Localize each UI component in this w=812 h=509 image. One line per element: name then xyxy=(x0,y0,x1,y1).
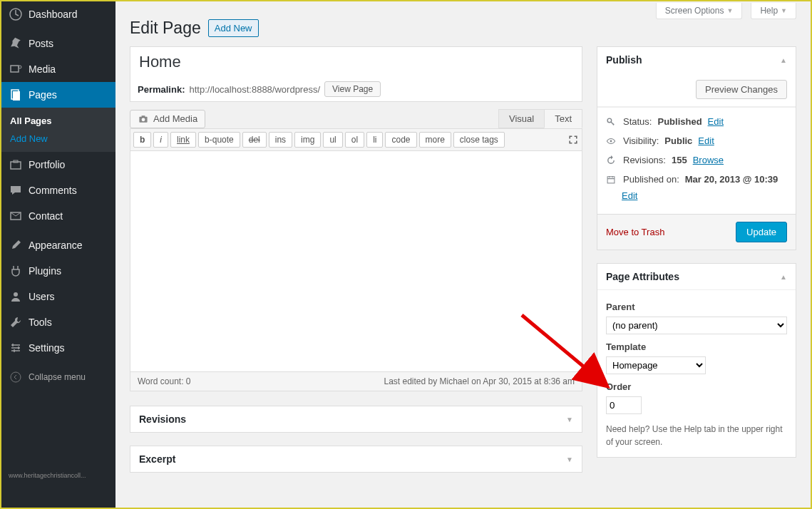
collapse-icon xyxy=(9,370,23,384)
fullscreen-icon[interactable] xyxy=(567,134,579,145)
chevron-down-icon: ▼ xyxy=(726,7,733,14)
visual-tab[interactable]: Visual xyxy=(498,109,544,128)
sidebar-item-settings[interactable]: Settings xyxy=(1,335,115,361)
parent-select[interactable]: (no parent) xyxy=(606,317,787,334)
chevron-down-icon: ▼ xyxy=(566,416,573,423)
add-new-button[interactable]: Add New xyxy=(208,19,259,37)
add-media-button[interactable]: Add Media xyxy=(130,110,205,128)
view-page-button[interactable]: View Page xyxy=(324,81,381,97)
screen-options-tab[interactable]: Screen Options ▼ xyxy=(656,3,743,19)
qt-del[interactable]: del xyxy=(242,132,267,148)
sidebar-label: Posts xyxy=(29,38,53,49)
qt-more[interactable]: more xyxy=(419,132,451,148)
qt-img[interactable]: img xyxy=(294,132,321,148)
permalink-url: http://localhost:8888/wordpress/ xyxy=(189,84,320,95)
sidebar-label: Appearance xyxy=(29,240,83,251)
title-container: Permalink: http://localhost:8888/wordpre… xyxy=(130,46,582,102)
template-select[interactable]: Homepage xyxy=(606,356,706,374)
svg-rect-15 xyxy=(607,176,615,182)
sidebar-sub-all-pages[interactable]: All Pages xyxy=(1,112,115,130)
dashboard-icon xyxy=(9,7,23,21)
sidebar-sub-add-new[interactable]: Add New xyxy=(1,130,115,148)
sidebar-collapse[interactable]: Collapse menu xyxy=(1,364,115,390)
camera-icon xyxy=(138,113,149,125)
plug-icon xyxy=(9,264,23,278)
sidebar-label: Settings xyxy=(29,342,65,354)
chevron-up-icon: ▲ xyxy=(780,273,787,281)
qt-link[interactable]: link xyxy=(170,132,196,148)
edit-status-link[interactable]: Edit xyxy=(708,116,724,127)
permalink-label: Permalink: xyxy=(138,84,185,95)
text-tab[interactable]: Text xyxy=(544,109,582,128)
browse-revisions-link[interactable]: Browse xyxy=(693,155,724,165)
qt-bquote[interactable]: b-quote xyxy=(198,132,240,148)
qt-b[interactable]: b xyxy=(133,132,151,148)
collapse-label: Collapse menu xyxy=(29,372,86,382)
svg-point-14 xyxy=(610,140,612,142)
sidebar-label: Portfolio xyxy=(29,159,65,170)
svg-point-13 xyxy=(607,118,612,123)
sidebar-label: Plugins xyxy=(29,265,61,277)
media-icon xyxy=(9,62,23,76)
attributes-help-text: Need help? Use the Help tab in the upper… xyxy=(606,423,787,448)
edit-date-link[interactable]: Edit xyxy=(622,190,787,201)
sidebar-item-tools[interactable]: Tools xyxy=(1,309,115,335)
sidebar-label: Users xyxy=(29,291,55,302)
qt-ol[interactable]: ol xyxy=(345,132,364,148)
excerpt-header[interactable]: Excerpt ▼ xyxy=(130,446,582,472)
sidebar-item-appearance[interactable]: Appearance xyxy=(1,232,115,258)
publish-postbox: Publish ▲ Preview Changes Status: Publis… xyxy=(597,46,796,250)
backup-icon xyxy=(606,155,617,165)
qt-code[interactable]: code xyxy=(385,132,416,148)
sidebar-label: Media xyxy=(29,63,56,75)
editor-status-bar: Word count: 0 Last edited by Michael on … xyxy=(130,372,582,391)
page-title: Edit Page xyxy=(130,19,201,38)
publish-header[interactable]: Publish ▲ xyxy=(597,47,796,73)
key-icon xyxy=(606,117,617,127)
portfolio-icon xyxy=(9,158,23,172)
svg-point-8 xyxy=(14,292,18,297)
comments-icon xyxy=(9,183,23,197)
move-to-trash-link[interactable]: Move to Trash xyxy=(606,227,664,237)
sidebar-item-portfolio[interactable]: Portfolio xyxy=(1,152,115,178)
watermark-text: www.heritagechristiancoll... xyxy=(9,472,86,479)
quicktags-toolbar: b i link b-quote del ins img ul ol li co… xyxy=(130,128,582,151)
chevron-down-icon: ▼ xyxy=(781,7,787,14)
word-count: Word count: 0 xyxy=(138,376,191,386)
qt-ins[interactable]: ins xyxy=(269,132,292,148)
sidebar-label: Comments xyxy=(29,185,77,196)
edit-visibility-link[interactable]: Edit xyxy=(698,135,714,146)
svg-rect-4 xyxy=(13,91,20,101)
preview-changes-button[interactable]: Preview Changes xyxy=(696,80,787,99)
editor-textarea[interactable] xyxy=(130,151,582,372)
sidebar-item-plugins[interactable]: Plugins xyxy=(1,258,115,284)
pin-icon xyxy=(9,36,23,51)
qt-ul[interactable]: ul xyxy=(323,132,342,148)
sidebar-item-posts[interactable]: Posts xyxy=(1,31,115,56)
page-title-input[interactable] xyxy=(130,47,582,77)
help-tab[interactable]: Help ▼ xyxy=(751,3,796,19)
sidebar-label: Dashboard xyxy=(29,9,78,20)
parent-label: Parent xyxy=(606,302,787,312)
sidebar-item-users[interactable]: Users xyxy=(1,284,115,309)
order-label: Order xyxy=(606,381,787,392)
qt-li[interactable]: li xyxy=(366,132,383,148)
svg-rect-1 xyxy=(11,66,19,72)
sidebar-item-comments[interactable]: Comments xyxy=(1,178,115,203)
qt-i[interactable]: i xyxy=(153,132,168,148)
sidebar-item-contact[interactable]: Contact xyxy=(1,203,115,229)
tools-icon xyxy=(9,315,23,329)
brush-icon xyxy=(9,238,23,252)
order-input[interactable] xyxy=(606,396,642,414)
sidebar-item-media[interactable]: Media xyxy=(1,56,115,82)
revisions-header[interactable]: Revisions ▼ xyxy=(130,406,582,432)
sidebar-item-pages[interactable]: Pages xyxy=(1,82,115,108)
sidebar-item-dashboard[interactable]: Dashboard xyxy=(1,1,115,27)
calendar-icon xyxy=(606,175,617,185)
excerpt-postbox: Excerpt ▼ xyxy=(130,446,582,473)
qt-closetags[interactable]: close tags xyxy=(453,132,505,148)
page-attributes-header[interactable]: Page Attributes ▲ xyxy=(597,264,796,289)
eye-icon xyxy=(606,136,617,146)
update-button[interactable]: Update xyxy=(736,222,787,242)
revisions-postbox: Revisions ▼ xyxy=(130,406,582,433)
